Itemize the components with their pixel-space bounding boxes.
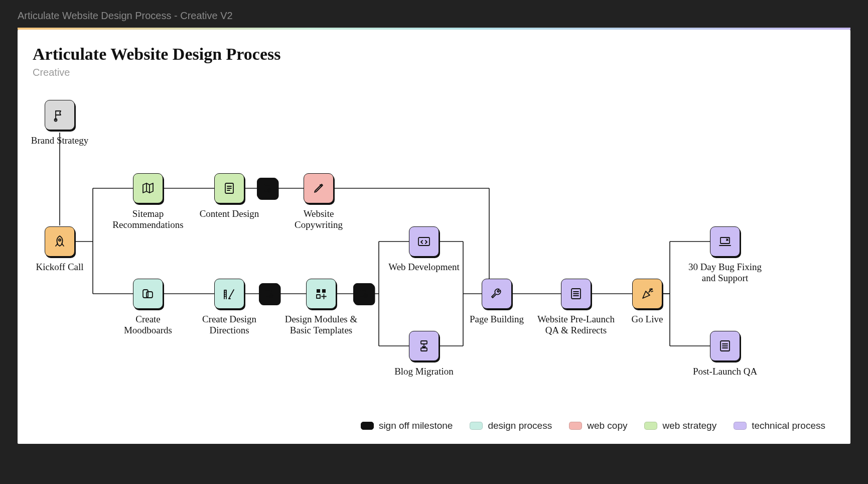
legend-label: web copy [587, 420, 627, 431]
node-moodboards[interactable]: Create Moodboards [110, 279, 186, 336]
legend-item-design: design process [470, 420, 552, 431]
node-blog-migration[interactable]: Blog Migration [384, 331, 464, 377]
node-signoff-top[interactable] [252, 178, 282, 199]
node-label: Sitemap Recommendations [105, 208, 191, 230]
legend-label: design process [488, 420, 552, 431]
page-header: Articulate Website Design Process Creati… [33, 45, 281, 78]
node-label: Design Modules & Basic Templates [278, 314, 364, 336]
node-qa-redirects[interactable]: Website Pre-Launch QA & Redirects [533, 279, 619, 336]
grid-icon [306, 279, 336, 309]
laptop-icon [710, 226, 740, 257]
legend-swatch [569, 422, 582, 430]
code-icon [409, 226, 439, 257]
node-label: Create Design Directions [189, 314, 269, 336]
legend-label: sign off milestone [379, 420, 453, 431]
node-bug-fixing[interactable]: 30 Day Bug Fixing and Support [680, 226, 770, 284]
node-label: Kickoff Call [30, 262, 90, 273]
node-label: Create Moodboards [110, 314, 186, 336]
node-label: Brand Strategy [30, 135, 90, 146]
rocket-icon [45, 226, 75, 257]
node-label: Website Pre-Launch QA & Redirects [533, 314, 619, 336]
node-label: Go Live [617, 314, 677, 325]
node-label: Content Design [189, 208, 269, 219]
node-label: Website Copywriting [278, 208, 359, 230]
pencil-icon [304, 173, 334, 203]
page-subtitle: Creative [33, 67, 281, 78]
node-label: 30 Day Bug Fixing and Support [682, 262, 768, 284]
legend-item-technical: technical process [734, 420, 825, 431]
party-icon [632, 279, 662, 309]
legend-swatch [361, 422, 374, 430]
node-kickoff-call[interactable]: Kickoff Call [30, 226, 90, 273]
flag-icon [45, 100, 75, 130]
ruler-icon [214, 279, 244, 309]
legend: sign off milestone design process web co… [361, 420, 825, 431]
diagram-canvas: Articulate Website Design Process Creati… [18, 30, 850, 444]
page-title: Articulate Website Design Process [33, 45, 281, 64]
doc-icon [214, 173, 244, 203]
node-page-building[interactable]: Page Building [459, 279, 534, 325]
node-label: Web Development [384, 262, 464, 273]
node-label: Post-Launch QA [682, 366, 768, 377]
node-brand-strategy[interactable]: Brand Strategy [30, 100, 90, 146]
legend-label: web strategy [662, 420, 716, 431]
node-label: Blog Migration [384, 366, 464, 377]
swatch-icon [133, 279, 163, 309]
map-icon [133, 173, 163, 203]
node-go-live[interactable]: Go Live [617, 279, 677, 325]
check-doc-icon [257, 178, 278, 199]
node-label: Page Building [459, 314, 534, 325]
window-title: Articulate Website Design Process - Crea… [18, 10, 850, 25]
legend-item-signoff: sign off milestone [361, 420, 453, 431]
migrate-icon [409, 331, 439, 361]
legend-item-webstrategy: web strategy [644, 420, 716, 431]
legend-label: technical process [752, 420, 825, 431]
legend-swatch [644, 422, 657, 430]
legend-swatch [734, 422, 747, 430]
node-post-launch-qa[interactable]: Post-Launch QA [680, 331, 770, 377]
node-web-dev[interactable]: Web Development [384, 226, 464, 273]
wrench-icon [482, 279, 512, 309]
node-signoff-mid2[interactable] [349, 283, 379, 304]
list-icon [561, 279, 591, 309]
legend-swatch [470, 422, 483, 430]
list-icon [710, 331, 740, 361]
check-doc-icon [353, 283, 374, 304]
node-sitemap[interactable]: Sitemap Recommendations [103, 173, 193, 230]
node-copywriting[interactable]: Website Copywriting [278, 173, 359, 230]
legend-item-webcopy: web copy [569, 420, 627, 431]
